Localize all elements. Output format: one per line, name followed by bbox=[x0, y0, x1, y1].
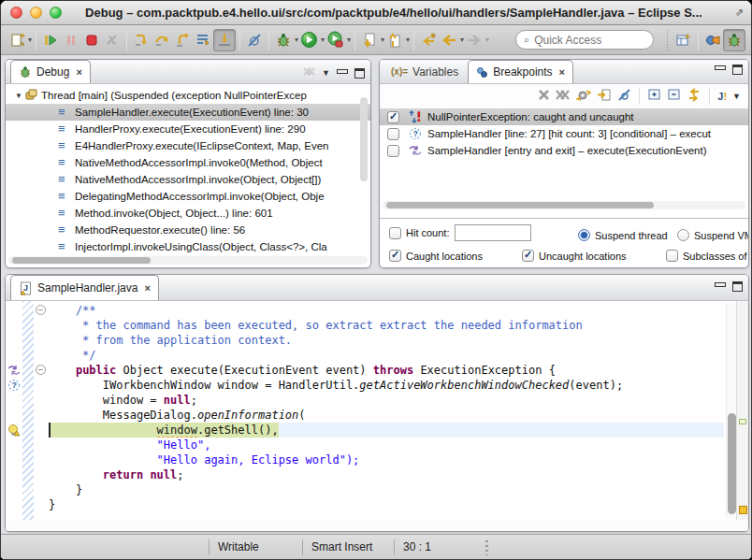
editor-vertical-scrollbar[interactable] bbox=[726, 303, 736, 518]
warning-marker[interactable] bbox=[739, 506, 747, 514]
scrollbar-thumb[interactable] bbox=[728, 413, 736, 514]
tab-breakpoints[interactable]: Breakpoints × bbox=[468, 60, 573, 83]
maximize-view-icon[interactable] bbox=[354, 68, 365, 79]
maximize-view-icon[interactable] bbox=[732, 65, 743, 75]
code-line[interactable]: "Hello again, Eclipse world"); bbox=[49, 452, 724, 467]
forward-button[interactable] bbox=[464, 29, 484, 51]
stack-frame-row[interactable]: ≡SampleHandler.execute(ExecutionEvent) l… bbox=[6, 104, 370, 121]
new-wizard-menu-caret[interactable]: ▾ bbox=[28, 36, 32, 44]
scrollbar-thumb[interactable] bbox=[12, 257, 151, 264]
link-with-debug-view-icon[interactable] bbox=[687, 88, 701, 106]
remove-terminated-icon[interactable] bbox=[303, 65, 315, 81]
breakpoint-row[interactable]: SampleHandler [entry and exit] – execute… bbox=[380, 142, 748, 159]
minimize-view-icon[interactable] bbox=[715, 65, 726, 70]
previous-annotation-button[interactable] bbox=[384, 29, 405, 51]
code-line[interactable]: */ bbox=[49, 348, 724, 363]
maximize-view-icon[interactable] bbox=[732, 281, 743, 292]
code-line[interactable]: * the command has been executed, so extr… bbox=[49, 318, 724, 333]
folding-ruler[interactable]: −− bbox=[34, 301, 49, 520]
remove-all-breakpoints-icon[interactable] bbox=[556, 88, 571, 105]
disclosure-triangle-icon[interactable]: ▼ bbox=[13, 92, 24, 100]
go-to-file-icon[interactable] bbox=[597, 88, 612, 106]
debug-vertical-scrollbar[interactable] bbox=[360, 97, 368, 181]
breakpoint-enabled-checkbox[interactable] bbox=[387, 128, 399, 140]
minimize-window-button[interactable] bbox=[30, 7, 42, 19]
code-area[interactable]: /** * the command has been executed, so … bbox=[49, 301, 724, 520]
suspend-thread-radio[interactable] bbox=[578, 229, 590, 241]
drop-to-frame-button[interactable] bbox=[193, 29, 213, 51]
external-tools-menu-caret[interactable]: ▾ bbox=[347, 36, 351, 44]
code-line[interactable]: return null; bbox=[49, 467, 724, 482]
skip-all-breakpoints-icon[interactable] bbox=[617, 88, 631, 106]
debug-button[interactable] bbox=[273, 29, 294, 51]
expand-all-icon[interactable] bbox=[647, 88, 661, 105]
breakpoints-horizontal-scrollbar[interactable] bbox=[383, 201, 745, 209]
fullscreen-icon[interactable]: ⇗ bbox=[735, 7, 744, 19]
debug-perspective-button[interactable] bbox=[723, 29, 745, 51]
minimize-view-icon[interactable] bbox=[337, 69, 348, 74]
view-menu-icon[interactable]: ▼ bbox=[732, 92, 741, 101]
hit-count-input[interactable] bbox=[455, 224, 531, 241]
stack-frame-row[interactable]: ≡DelegatingMethodAccessorImpl.invoke(Obj… bbox=[6, 188, 370, 205]
current-line-marker[interactable] bbox=[739, 419, 746, 424]
code-line[interactable]: * from the application context. bbox=[49, 333, 724, 348]
stack-frame-row[interactable]: ≡Method.invoke(Object, Object...) line: … bbox=[6, 205, 370, 222]
step-return-button[interactable] bbox=[172, 29, 193, 51]
current-instruction-line[interactable]: window.getShell(), bbox=[49, 423, 724, 438]
conditional-breakpoint-ruler-icon[interactable]: ? bbox=[7, 379, 21, 392]
overview-ruler[interactable] bbox=[736, 301, 748, 520]
fold-collapse-icon[interactable]: − bbox=[36, 365, 46, 375]
breakpoint-enabled-checkbox[interactable] bbox=[387, 145, 399, 157]
code-line[interactable]: } bbox=[49, 497, 724, 512]
close-icon[interactable]: × bbox=[76, 66, 81, 78]
minimize-view-icon[interactable] bbox=[715, 282, 726, 287]
forward-menu-caret[interactable]: ▾ bbox=[485, 36, 489, 44]
view-menu-icon[interactable]: ▼ bbox=[322, 68, 330, 78]
zoom-window-button[interactable] bbox=[50, 7, 62, 19]
collapse-all-icon[interactable] bbox=[667, 88, 681, 105]
quick-access-box[interactable]: ⌕ bbox=[515, 30, 654, 50]
scrollbar-thumb[interactable] bbox=[386, 202, 654, 208]
breakpoint-row[interactable]: ?SampleHandler [line: 27] [hit count: 3]… bbox=[380, 125, 748, 142]
suspend-button[interactable] bbox=[61, 29, 81, 51]
debug-horizontal-scrollbar[interactable] bbox=[8, 256, 368, 265]
tab-debug[interactable]: Debug × bbox=[10, 60, 91, 83]
show-supported-breakpoints-icon[interactable] bbox=[576, 88, 591, 106]
editor-horizontal-scroll-area[interactable] bbox=[6, 520, 748, 531]
quickfix-warning-icon[interactable] bbox=[7, 424, 21, 437]
hit-count-checkbox[interactable] bbox=[389, 227, 401, 239]
code-line[interactable]: "Hello", bbox=[49, 438, 724, 452]
uncaught-locations-checkbox[interactable] bbox=[522, 250, 534, 262]
terminate-button[interactable] bbox=[81, 29, 102, 51]
close-icon[interactable]: × bbox=[144, 282, 150, 294]
thread-row[interactable]: ▼ Thread [main] (Suspended (exception Nu… bbox=[6, 87, 370, 104]
close-window-button[interactable] bbox=[10, 7, 22, 19]
breakpoint-row[interactable]: NullPointerException: caught and uncaugh… bbox=[380, 108, 748, 125]
annotation-ruler[interactable]: ? bbox=[6, 301, 22, 520]
previous-annotation-menu-caret[interactable]: ▾ bbox=[406, 36, 410, 44]
run-button[interactable] bbox=[298, 29, 320, 51]
resume-button[interactable] bbox=[40, 29, 61, 51]
stack-frame-row[interactable]: ≡NativeMethodAccessorImpl.invoke0(Method… bbox=[6, 154, 370, 171]
stack-frame-row[interactable]: ≡HandlerProxy.execute(ExecutionEvent) li… bbox=[6, 121, 370, 137]
code-line[interactable]: IWorkbenchWindow window = HandlerUtil.ge… bbox=[49, 378, 724, 393]
java-perspective-button[interactable] bbox=[702, 29, 723, 51]
subclasses-checkbox[interactable] bbox=[666, 250, 678, 262]
entry-exit-breakpoint-ruler-icon[interactable] bbox=[7, 364, 21, 377]
breakpoint-enabled-checkbox[interactable] bbox=[387, 111, 399, 123]
disconnect-button[interactable] bbox=[102, 29, 123, 51]
code-line[interactable]: /** bbox=[49, 303, 724, 318]
last-edit-location-button[interactable]: ✳ bbox=[418, 29, 439, 51]
external-tools-button[interactable] bbox=[325, 29, 346, 51]
fold-collapse-icon[interactable]: − bbox=[36, 305, 46, 315]
remove-breakpoint-icon[interactable] bbox=[538, 88, 550, 105]
tab-variables[interactable]: (x)= Variables bbox=[383, 60, 466, 83]
code-line[interactable]: MessageDialog.openInformation( bbox=[49, 408, 724, 423]
stack-frame-row[interactable]: ≡E4HandlerProxy.execute(IEclipseContext,… bbox=[6, 137, 370, 154]
next-annotation-button[interactable] bbox=[359, 29, 380, 51]
stack-frame-row[interactable]: ≡MethodRequestor.execute() line: 56 bbox=[6, 222, 370, 238]
quick-access-input[interactable] bbox=[534, 34, 645, 47]
caught-locations-checkbox[interactable] bbox=[389, 250, 401, 262]
code-line[interactable]: } bbox=[49, 482, 724, 497]
stack-frame-row[interactable]: ≡NativeMethodAccessorImpl.invoke(Object,… bbox=[6, 171, 370, 188]
